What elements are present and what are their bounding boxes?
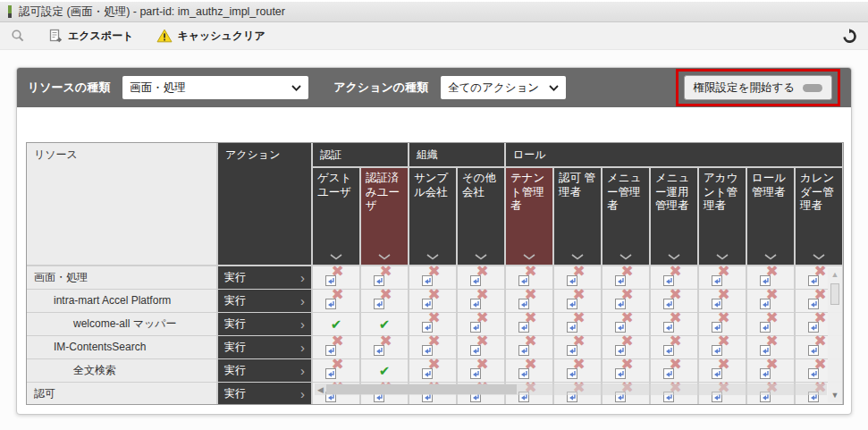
action-cell[interactable]: 実行›: [218, 290, 311, 312]
inherit-deny-icon: ✖: [469, 361, 493, 380]
inherit-deny-icon: ✖: [373, 291, 397, 310]
inherit-deny-icon: ✖: [566, 338, 590, 357]
permission-cell-deny[interactable]: ✖: [313, 290, 359, 312]
inherit-deny-icon: ✖: [662, 268, 687, 287]
resource-cell: 認可: [27, 383, 216, 405]
column-header[interactable]: カレンダー管理者: [796, 168, 842, 265]
refresh-button[interactable]: [842, 29, 857, 44]
inherit-deny-icon: ✖: [614, 291, 638, 310]
inherit-deny-icon: ✖: [711, 361, 735, 380]
header-groups-row: 認証組織ロール: [313, 143, 843, 166]
chevron-down-icon: [523, 254, 535, 260]
chevron-down-icon: [426, 254, 439, 260]
toolbar: エクスポート キャッシュクリア: [0, 22, 868, 50]
start-permission-setting-button[interactable]: 権限設定を開始する: [684, 75, 832, 100]
resource-cell: IM-ContentsSearch: [27, 336, 216, 358]
column-header[interactable]: メニュー管理者: [603, 168, 649, 265]
chevron-down-icon: [716, 254, 729, 260]
chevron-down-icon: [475, 254, 487, 260]
action-cell[interactable]: 実行›: [218, 336, 311, 358]
column-header-label: サンプル会社: [414, 172, 448, 198]
scroll-down-icon[interactable]: ▼: [831, 392, 839, 400]
column-header[interactable]: 認証済みユーザ: [361, 168, 408, 265]
action-cell-label: 実行: [224, 316, 246, 332]
horizontal-scrollbar[interactable]: ◀: [315, 384, 827, 395]
warning-icon: [156, 29, 173, 43]
inherit-deny-icon: ✖: [518, 361, 542, 380]
scroll-up-icon[interactable]: ▲: [831, 271, 839, 279]
inherit-deny-icon: ✖: [324, 338, 349, 357]
cache-clear-button[interactable]: キャッシュクリア: [156, 29, 265, 44]
inherit-deny-icon: ✖: [518, 315, 542, 333]
action-cell[interactable]: 実行›: [218, 359, 311, 382]
inherit-deny-icon: ✖: [566, 315, 590, 333]
horizontal-scrollbar-thumb[interactable]: [326, 384, 517, 394]
action-cell[interactable]: 実行›: [218, 313, 311, 335]
authz-panel: リソースの種類 画面・処理 アクションの種類 全てのアクション 権限設定を開始す…: [16, 67, 852, 415]
column-header[interactable]: サンプル会社: [409, 168, 456, 265]
inherit-deny-icon: ✖: [469, 315, 493, 333]
column-header-label: テナント管理者: [510, 172, 544, 212]
inherit-deny-icon: ✖: [566, 361, 590, 380]
resource-type-value: 画面・処理: [130, 80, 186, 96]
column-header[interactable]: その他会社: [458, 168, 504, 265]
chevron-right-icon: ›: [300, 341, 305, 354]
chevron-down-icon: [668, 254, 680, 260]
inherit-deny-icon: ✖: [566, 268, 590, 287]
chevron-down-icon: [619, 254, 632, 260]
resource-type-select[interactable]: 画面・処理: [122, 76, 308, 99]
action-cell-label: 実行: [224, 386, 246, 401]
inherit-deny-icon: ✖: [421, 315, 445, 333]
column-header-label: ロール管理者: [752, 172, 786, 198]
column-header[interactable]: メニュー運用管理者: [651, 168, 697, 265]
action-type-select[interactable]: 全てのアクション: [441, 76, 566, 99]
inherit-deny-icon: ✖: [759, 361, 783, 380]
inherit-deny-icon: ✖: [421, 291, 445, 310]
inherit-deny-icon: ✖: [373, 338, 397, 357]
permission-cell-deny[interactable]: ✖: [361, 290, 408, 312]
action-cell[interactable]: 実行›: [218, 383, 311, 405]
red-highlight-annotation: 権限設定を開始する: [676, 69, 840, 106]
column-header-label: その他会社: [462, 172, 496, 198]
column-header[interactable]: ロール管理者: [747, 168, 794, 265]
page-title-icon: [8, 5, 12, 18]
inherit-deny-icon: ✖: [566, 291, 590, 310]
resource-type-label: リソースの種類: [28, 80, 110, 96]
inherit-deny-icon: ✖: [759, 338, 783, 357]
inherit-deny-icon: ✖: [662, 338, 687, 357]
allow-check-icon: ✔: [379, 363, 391, 379]
export-button[interactable]: エクスポート: [48, 29, 133, 44]
chevron-down-icon: [378, 254, 391, 260]
inherit-deny-icon: ✖: [421, 268, 445, 287]
column-header-label: ゲストユーザ: [317, 172, 351, 198]
permission-cell-deny[interactable]: ✖: [361, 336, 408, 358]
vertical-scrollbar[interactable]: ▲ ▼: [828, 268, 842, 402]
authorization-matrix-table: リソース アクション 認証組織ロール ゲストユーザ認証済みユーザサンプル会社その…: [26, 142, 844, 405]
chevron-right-icon: ›: [300, 364, 305, 377]
scroll-left-icon[interactable]: ◀: [317, 385, 324, 394]
column-header-label: カレンダー管理者: [800, 172, 834, 212]
inherit-deny-icon: ✖: [711, 315, 735, 333]
filter-bar: リソースの種類 画面・処理 アクションの種類 全てのアクション 権限設定を開始す…: [17, 68, 851, 107]
column-header[interactable]: テナント管理者: [506, 168, 552, 265]
action-cell[interactable]: 実行›: [218, 266, 311, 289]
chevron-right-icon: ›: [300, 387, 305, 400]
inherit-deny-icon: ✖: [469, 338, 493, 357]
page-title: 認可設定 (画面・処理) - part-id: im_authz_impl_ro…: [19, 4, 285, 20]
inherit-deny-icon: ✖: [518, 291, 542, 310]
inherit-deny-icon: ✖: [759, 315, 783, 333]
action-cell-label: 実行: [224, 293, 246, 308]
search-button[interactable]: [11, 29, 25, 43]
export-label: エクスポート: [68, 29, 133, 44]
inherit-deny-icon: ✖: [324, 291, 349, 310]
vertical-scrollbar-thumb[interactable]: [830, 283, 839, 305]
inherit-deny-icon: ✖: [711, 338, 735, 357]
action-cell-label: 実行: [224, 270, 246, 285]
inherit-deny-icon: ✖: [711, 291, 735, 310]
column-header[interactable]: ゲストユーザ: [313, 168, 359, 265]
table-header: リソース アクション 認証組織ロール ゲストユーザ認証済みユーザサンプル会社その…: [27, 143, 843, 265]
resource-column-header: リソース: [27, 143, 216, 265]
allow-check-icon: ✔: [379, 316, 391, 333]
column-header[interactable]: 認可 管理者: [554, 168, 601, 265]
column-header[interactable]: アカウント管理者: [699, 168, 746, 265]
